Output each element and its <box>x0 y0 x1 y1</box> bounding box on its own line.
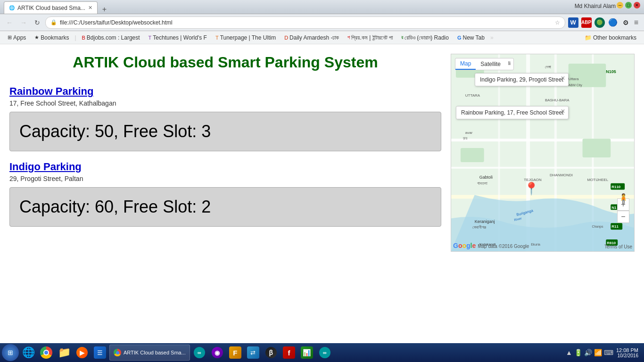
minimize-button[interactable]: ─ <box>617 2 623 8</box>
bookmark-amardesh[interactable]: D Daily Amardesh -ঢাক <box>281 33 343 42</box>
word-ext-icon[interactable]: W <box>568 17 578 28</box>
svg-text:UTTARA: UTTARA <box>465 93 480 98</box>
taskbar-chart-icon[interactable]: 📊 <box>298 344 315 361</box>
taskbar-arduino2-icon[interactable]: ∞ <box>316 344 333 361</box>
taskbar-chrome-icon[interactable] <box>38 344 55 361</box>
taskbar-right: ▲ 🔋 🔊 📶 ⌨ 12:08 PM 10/2/2016 <box>566 347 642 358</box>
bookmark-star-icon[interactable]: ☆ <box>555 19 560 26</box>
new-tab-button[interactable]: + <box>99 5 109 14</box>
svg-text:TEJGAON: TEJGAON <box>524 178 542 182</box>
taskbar-arrows-icon[interactable]: ⇄ <box>245 344 262 361</box>
page-title: ARTIK Cloud based Smart Parking System <box>9 54 441 71</box>
map-footer-left: Google Map data ©2016 Google <box>453 242 529 249</box>
keyboard-icon[interactable]: ⌨ <box>604 349 613 356</box>
svg-text:দেঙ্গা: দেঙ্গা <box>545 65 551 69</box>
left-panel: ARTIK Cloud based Smart Parking System R… <box>9 49 441 338</box>
infobox2-close-button[interactable]: ✕ <box>561 108 565 115</box>
maximize-button[interactable]: □ <box>625 2 632 8</box>
svg-text:Ekuria: Ekuria <box>531 243 540 246</box>
svg-text:Chanps: Chanps <box>592 225 603 229</box>
svg-text:Gabtoli: Gabtoli <box>479 175 493 180</box>
svg-text:Uttara: Uttara <box>569 77 579 81</box>
bookmark-radio[interactable]: র রেডিও (ভোরান) Radio <box>397 33 453 42</box>
more-button[interactable]: ≡ <box>634 18 638 27</box>
bookmark-priyocom[interactable]: প প্রিয়.কম | ইন্টারনেট পা <box>344 33 396 42</box>
street-view-icon[interactable]: 🧍 <box>618 193 629 204</box>
start-button[interactable]: ⊞ <box>2 344 19 361</box>
svg-text:avar: avar <box>465 131 473 135</box>
chrome-ext-icon[interactable]: 🔵 <box>608 17 618 28</box>
bookmark-bdjobs[interactable]: B Bdjobs.com : Largest <box>78 33 144 42</box>
svg-text:কেরানীগঞ্জ: কেরানীগঞ্জ <box>472 225 486 230</box>
svg-text:BASHU-BARA: BASHU-BARA <box>545 98 570 102</box>
tab-bar: 🌐 ARTIK Cloud based Sma... ✕ + <box>4 0 109 14</box>
zoom-out-button[interactable]: − <box>617 211 629 223</box>
battery-icon[interactable]: 🔋 <box>574 349 582 356</box>
rainbow-parking-name[interactable]: Rainbow Parking <box>9 85 441 98</box>
lock-icon: 🔒 <box>50 19 57 25</box>
bookmark-apps[interactable]: ⊞ Apps <box>4 33 30 42</box>
taskbar-explorer-icon[interactable]: 📁 <box>56 344 73 361</box>
bookmark-tunerpage[interactable]: T Tunerpage | The Ultim <box>212 33 280 42</box>
user-name: Md Khairul Alam <box>575 3 616 9</box>
bookmark-bookmarks[interactable]: ★ Bookmarks <box>31 33 73 42</box>
system-icons: ▲ 🔋 🔊 📶 ⌨ <box>566 349 613 356</box>
rainbow-parking-address: 17, Free School Street, Kathalbagan <box>9 99 441 107</box>
network-icon[interactable]: 📶 <box>594 349 602 356</box>
taskbar-browser-window[interactable]: ARTIK Cloud based Sma... <box>109 345 190 361</box>
taskbar-purple-icon[interactable]: ◉ <box>209 344 226 361</box>
map-infobox-rainbow: ✕ Rainbow Parking, 17, Free School Stree… <box>456 106 569 119</box>
up-arrow-icon[interactable]: ▲ <box>566 349 572 356</box>
indigo-parking-address: 29, Progoti Street, Paltan <box>9 175 441 182</box>
map-data-label: Map data ©2016 Google <box>478 244 529 249</box>
taskbar-ie-icon[interactable]: 🌐 <box>20 344 37 361</box>
taskbar: ⊞ 🌐 📁 ▶ ☰ ARTIK Cloud based Sma... ∞ ◉ F <box>0 343 644 362</box>
rainbow-parking-section: Rainbow Parking 17, Free School Street, … <box>9 85 441 151</box>
svg-rect-11 <box>583 139 611 157</box>
map-container[interactable]: দেঙ্গা Uttara ABM City N105 avar ড়ার UT… <box>451 54 635 252</box>
taskbar-bitcoin-icon[interactable]: β <box>263 344 280 361</box>
close-button[interactable]: ✕ <box>634 2 640 8</box>
taskbar-f-icon[interactable]: F <box>227 344 244 361</box>
bookmark-techtunes[interactable]: T Techtunes | World's F <box>145 33 211 42</box>
bookmark-newtab[interactable]: G New Tab <box>454 33 488 42</box>
refresh-button[interactable]: ↻ <box>32 18 42 27</box>
address-box[interactable]: 🔒 file:///C:/Users/taifur/Desktop/websoc… <box>45 16 565 29</box>
abp-ext-icon[interactable]: ABP <box>581 17 592 28</box>
map-type-satellite-button[interactable]: Satellite <box>476 58 505 70</box>
indigo-capacity-text: Capacity: 60, Free Slot: 2 <box>19 197 211 216</box>
map-type-map-button[interactable]: Map <box>455 58 476 70</box>
bdjobs-icon: B <box>82 35 85 41</box>
indigo-parking-name[interactable]: Indigo Parking <box>9 161 441 173</box>
svg-text:📍: 📍 <box>524 181 539 196</box>
svg-text:R110: R110 <box>611 185 621 189</box>
map-type-extra: li <box>505 58 513 70</box>
extension-icons: W ABP 🟢 🔵 ⚙ ≡ <box>568 17 640 28</box>
other-bookmarks[interactable]: 📁 Other bookmarks <box>581 33 640 42</box>
volume-icon[interactable]: 🔊 <box>584 349 592 356</box>
infobox1-close-button[interactable]: ✕ <box>561 75 565 82</box>
svg-text:গাবতলা: গাবতলা <box>477 181 487 186</box>
forward-button[interactable]: → <box>18 18 29 27</box>
date-display: 10/2/2016 <box>616 353 638 358</box>
rainbow-parking-info-box: Capacity: 50, Free Slot: 3 <box>9 112 441 151</box>
start-orb-icon: ⊞ <box>8 349 13 356</box>
active-tab[interactable]: 🌐 ARTIK Cloud based Sma... ✕ <box>4 1 98 14</box>
taskbar-window-label: ARTIK Cloud based Sma... <box>124 350 186 355</box>
back-button[interactable]: ← <box>4 18 15 27</box>
tab-close-button[interactable]: ✕ <box>88 5 92 11</box>
clock[interactable]: 12:08 PM 10/2/2016 <box>616 347 638 358</box>
indigo-parking-info-box: Capacity: 60, Free Slot: 2 <box>9 187 441 227</box>
taskbar-arduino1-icon[interactable]: ∞ <box>191 344 208 361</box>
bd-ext-icon[interactable]: 🟢 <box>594 17 605 28</box>
address-bar-row: ← → ↻ 🔒 file:///C:/Users/taifur/Desktop/… <box>0 14 644 31</box>
taskbar-f-red-icon[interactable]: f <box>281 344 297 361</box>
map-infobox-indigo: ✕ Indigo Parking, 29, Progoti Street <box>475 73 569 86</box>
taskbar-blue-icon[interactable]: ☰ <box>91 344 108 361</box>
tunerpage-icon: T <box>215 35 219 41</box>
taskbar-media-icon[interactable]: ▶ <box>74 344 91 361</box>
infobox1-text: Indigo Parking, 29, Progoti Street <box>480 76 563 83</box>
svg-text:ড়ার: ড়ার <box>463 136 468 140</box>
settings-ext-icon[interactable]: ⚙ <box>621 17 631 28</box>
map-footer-right[interactable]: Terms of Use <box>604 244 632 249</box>
